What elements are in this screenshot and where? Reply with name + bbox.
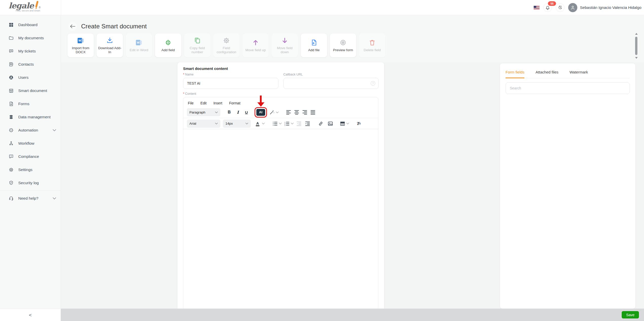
file-plus-icon — [310, 39, 317, 47]
callback-url-label: Callback URL — [283, 73, 379, 76]
language-flag-icon[interactable] — [534, 6, 540, 9]
tool-card-label: Preview form — [333, 48, 353, 52]
sidebar-item-settings[interactable]: Settings — [0, 163, 61, 176]
sidebar-item-label: Users — [18, 75, 28, 80]
align-justify-button[interactable] — [310, 108, 316, 116]
chevron-down-icon[interactable] — [291, 123, 294, 124]
insert-link-button[interactable] — [317, 120, 324, 127]
insert-table-button[interactable] — [339, 120, 346, 127]
sidebar-item-my-tickets[interactable]: My tickets — [0, 45, 61, 58]
app-root: legale ® Fast, secure and smart 55 — [0, 0, 644, 321]
user-menu[interactable]: Sebastián Ignacio Valencia Hidalgo — [568, 3, 641, 12]
content-field-label: *Content — [183, 92, 379, 96]
menu-insert[interactable]: Insert — [213, 101, 222, 105]
workflow-icon — [9, 141, 14, 146]
download-add-in-button[interactable]: Download Add-In — [97, 33, 123, 57]
required-mark: * — [183, 92, 184, 96]
folder-icon — [9, 35, 14, 41]
shield-check-icon — [9, 180, 14, 185]
tab-attached-files[interactable]: Attached files — [535, 68, 558, 78]
scroll-down-arrow[interactable] — [635, 57, 638, 59]
chat-icon — [9, 49, 14, 54]
sidebar-item-label: Forms — [18, 102, 29, 106]
callback-url-input[interactable] — [283, 78, 379, 89]
sidebar-item-automation[interactable]: Automation — [0, 124, 61, 137]
word-icon: W — [135, 39, 143, 47]
compliance-bubble-icon — [9, 154, 14, 159]
bullet-list-button[interactable] — [272, 120, 278, 127]
menu-format[interactable]: Format — [229, 101, 240, 105]
sidebar-item-compliance[interactable]: Compliance — [0, 150, 61, 163]
trash-icon — [369, 39, 376, 47]
sidebar: Dashboard My documents My tickets Contac… — [0, 15, 61, 309]
text-color-button[interactable]: A — [254, 120, 261, 127]
notifications-button[interactable]: 55 — [543, 3, 552, 12]
magic-wand-button[interactable] — [269, 108, 275, 116]
smart-document-card: Smart document content *Name Callback UR… — [177, 62, 384, 316]
clear-formatting-button[interactable]: Tx — [355, 120, 362, 127]
back-button[interactable] — [68, 22, 77, 31]
form-document-icon — [9, 101, 14, 106]
scrollbar-thumb[interactable] — [635, 37, 637, 55]
bold-button[interactable]: B — [225, 108, 233, 116]
sidebar-item-workflow[interactable]: Workflow — [0, 137, 61, 150]
download-icon — [106, 36, 113, 45]
font-family-select[interactable]: Arial — [187, 120, 220, 128]
editor-content-area[interactable] — [183, 129, 378, 310]
svg-text:3: 3 — [284, 124, 285, 126]
sidebar-item-users[interactable]: Users — [0, 71, 61, 84]
name-input[interactable] — [183, 78, 278, 89]
dark-mode-button[interactable] — [556, 3, 564, 12]
sidebar-item-security-log[interactable]: Security log — [0, 176, 61, 190]
brand-logo[interactable]: legale ® Fast, secure and smart — [9, 1, 41, 12]
scroll-up-arrow[interactable] — [635, 33, 638, 35]
rich-text-editor: File Edit Insert Format Paragraph B I U … — [183, 97, 378, 310]
sidebar-item-forms[interactable]: Forms — [0, 97, 61, 110]
tab-form-fields[interactable]: Form fields — [506, 68, 524, 78]
sidebar-collapse-button[interactable]: < — [29, 313, 32, 317]
automation-gear-icon — [9, 128, 14, 133]
sidebar-item-dashboard[interactable]: Dashboard — [0, 18, 61, 31]
copy-field-number-button: Copy field number — [184, 33, 210, 57]
tab-watermark[interactable]: Watermark — [569, 68, 588, 78]
word-icon: W — [77, 36, 84, 45]
chevron-down-icon[interactable] — [262, 123, 265, 124]
sidebar-item-data-management[interactable]: Data management — [0, 110, 61, 124]
align-center-button[interactable] — [293, 108, 300, 116]
editor-menubar: File Edit Insert Format — [183, 97, 378, 107]
sidebar-item-label: My documents — [18, 36, 44, 40]
chevron-down-icon[interactable] — [346, 123, 349, 124]
add-field-button[interactable]: Add field — [155, 33, 181, 57]
sidebar-item-label: Compliance — [18, 154, 39, 159]
menu-edit[interactable]: Edit — [201, 101, 207, 105]
sidebar-item-label: Dashboard — [18, 23, 38, 27]
underline-button[interactable]: U — [243, 108, 250, 116]
align-left-button[interactable] — [285, 108, 292, 116]
insert-image-button[interactable] — [327, 120, 334, 127]
sidebar-item-my-documents[interactable]: My documents — [0, 31, 61, 45]
contact-card-icon — [9, 62, 14, 67]
chevron-down-icon[interactable] — [279, 123, 282, 124]
italic-button[interactable]: I — [235, 108, 241, 116]
import-from-docx-button[interactable]: W Import from DOCX — [67, 33, 94, 57]
menu-file[interactable]: File — [188, 101, 194, 105]
annotation-arrow — [257, 96, 264, 107]
sidebar-item-contacts[interactable]: Contacts — [0, 58, 61, 71]
block-format-select[interactable]: Paragraph — [187, 108, 220, 116]
preview-form-button[interactable]: Preview form — [330, 33, 356, 57]
ai-button[interactable]: AI — [256, 109, 265, 116]
search-input[interactable] — [506, 82, 630, 94]
sidebar-item-need-help[interactable]: Need help? — [0, 192, 61, 205]
align-right-button[interactable] — [301, 108, 308, 116]
help-question-icon[interactable]: ? — [371, 81, 375, 86]
save-button[interactable]: Save — [622, 311, 639, 318]
font-size-select[interactable]: 14px — [223, 120, 251, 128]
chevron-down-icon[interactable] — [276, 111, 279, 113]
avatar — [568, 3, 577, 12]
sidebar-item-smart-document[interactable]: Smart document — [0, 84, 61, 97]
numbered-list-button[interactable]: 123 — [284, 120, 290, 127]
tool-card-label: Copy field number — [185, 46, 209, 54]
brand-tagline: Fast, secure and smart — [16, 9, 41, 12]
indent-button[interactable] — [304, 120, 311, 127]
add-file-button[interactable]: Add file — [301, 33, 327, 57]
